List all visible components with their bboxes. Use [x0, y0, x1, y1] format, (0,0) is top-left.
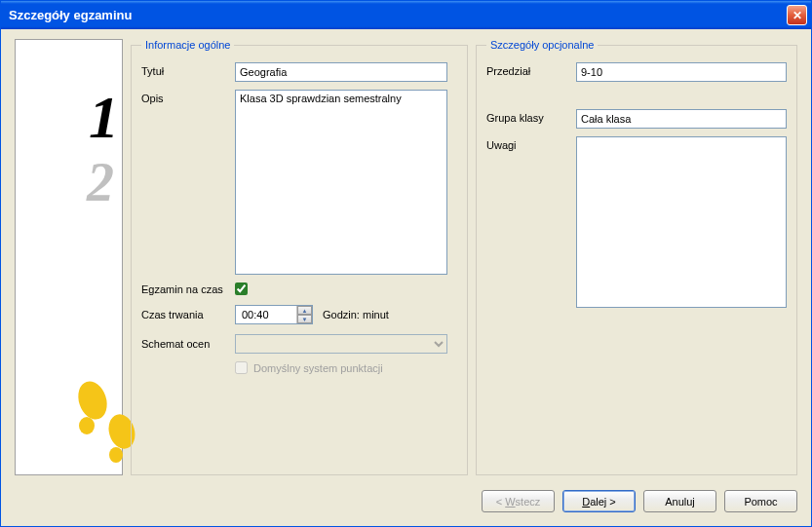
svg-point-2 [74, 378, 112, 424]
default-scoring-checkbox [235, 361, 248, 374]
close-button[interactable]: ✕ [787, 5, 807, 25]
notes-textarea[interactable] [576, 136, 787, 308]
optional-legend: Szczegóły opcjonalne [486, 39, 598, 51]
duration-value: 00:40 [242, 309, 296, 320]
duration-spinner[interactable]: 00:40 ▲ ▼ [235, 305, 313, 324]
help-button[interactable]: Pomoc [724, 490, 797, 512]
default-scoring-label: Domyślny system punktacji [253, 362, 383, 374]
classgroup-input[interactable] [576, 109, 787, 129]
back-button: < Wstecz [482, 490, 555, 512]
age-label: Przedział [486, 62, 576, 77]
duration-label: Czas trwania [141, 309, 235, 320]
optional-details-group: Szczegóły opcjonalne Przedział Grupa kla… [476, 39, 797, 475]
general-info-group: Informacje ogólne Tytuł Opis Klasa 3D sp… [131, 39, 468, 475]
title-input[interactable] [235, 62, 447, 82]
spinner-up-button[interactable]: ▲ [297, 306, 312, 315]
svg-text:2: 2 [86, 152, 114, 212]
description-textarea[interactable]: Klasa 3D sprawdzian semestralny [235, 90, 447, 275]
svg-point-5 [109, 447, 123, 463]
wizard-buttons: < Wstecz Dalej > Anuluj Pomoc [482, 490, 797, 512]
timed-label: Egzamin na czas [141, 283, 235, 295]
age-input[interactable] [576, 62, 787, 82]
general-legend: Informacje ogólne [141, 39, 234, 51]
svg-point-3 [79, 417, 95, 434]
scheme-select [235, 334, 447, 354]
cancel-button[interactable]: Anuluj [643, 490, 716, 512]
scheme-label: Schemat ocen [141, 338, 235, 350]
classgroup-label: Grupa klasy [486, 109, 576, 124]
svg-text:1: 1 [89, 84, 119, 150]
next-button[interactable]: Dalej > [562, 490, 636, 512]
wizard-sidebar: 1 2 [15, 39, 123, 475]
window-title: Szczegóły egzaminu [9, 8, 787, 22]
title-label: Tytuł [141, 62, 235, 77]
titlebar: Szczegóły egzaminu ✕ [1, 1, 811, 29]
timed-checkbox[interactable] [235, 282, 248, 295]
close-icon: ✕ [793, 9, 802, 22]
duration-suffix: Godzin: minut [323, 309, 389, 320]
description-label: Opis [141, 90, 235, 104]
spinner-down-button[interactable]: ▼ [297, 315, 312, 323]
dialog-content: 1 2 Informacje ogólne Tytuł Opis Klasa 3… [1, 29, 811, 526]
notes-label: Uwagi [486, 136, 576, 151]
